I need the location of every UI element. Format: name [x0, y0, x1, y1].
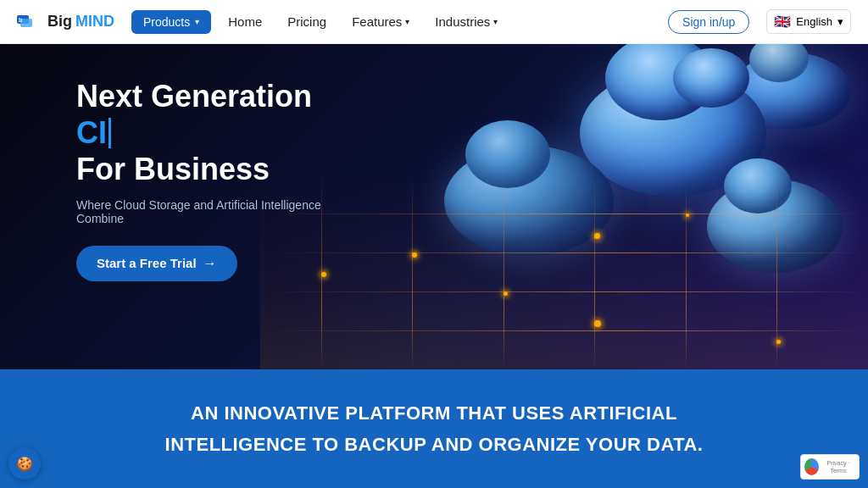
- cta-arrow-icon: →: [203, 256, 217, 271]
- industries-label: Industries: [435, 14, 490, 29]
- language-selector[interactable]: 🇬🇧 English ▾: [766, 9, 851, 34]
- logo[interactable]: b BigMIND: [17, 12, 114, 32]
- hero-section: Next Generation CI For Business Where Cl…: [0, 44, 868, 369]
- logo-big-text: Big: [47, 13, 72, 30]
- recaptcha-badge: Privacy · Terms: [800, 454, 860, 480]
- features-chevron-icon: ▾: [405, 17, 409, 26]
- cta-label: Start a Free Trial: [97, 256, 197, 270]
- signin-button[interactable]: Sign in/up: [668, 10, 749, 34]
- cta-button[interactable]: Start a Free Trial →: [76, 246, 237, 281]
- flag-icon: 🇬🇧: [774, 14, 791, 30]
- hero-title-line3: For Business: [76, 151, 364, 187]
- logo-mind-text: MIND: [75, 13, 114, 30]
- cursor-blink: [108, 118, 111, 148]
- blue-section: AN INNOVATIVE PLATFORM THAT USES ARTIFIC…: [0, 369, 868, 488]
- cookie-badge[interactable]: 🍪: [8, 447, 41, 480]
- lang-chevron-icon: ▾: [837, 15, 843, 28]
- recaptcha-logo-icon: [804, 458, 819, 475]
- lang-label: English: [796, 15, 832, 28]
- animated-text-value: CI: [76, 114, 107, 151]
- products-button[interactable]: Products ▾: [131, 10, 211, 34]
- industries-link[interactable]: Industries ▾: [426, 9, 506, 34]
- cookie-icon: 🍪: [16, 456, 33, 472]
- hero-subtitle: Where Cloud Storage and Artificial Intel…: [76, 198, 364, 225]
- pricing-link[interactable]: Pricing: [279, 9, 335, 34]
- hero-content: Next Generation CI For Business Where Cl…: [76, 78, 364, 281]
- features-label: Features: [352, 14, 402, 29]
- features-link[interactable]: Features ▾: [343, 9, 418, 34]
- industries-chevron-icon: ▾: [493, 17, 498, 26]
- recaptcha-text: Privacy · Terms: [821, 459, 855, 474]
- logo-icon: b: [17, 12, 44, 32]
- products-label: Products: [143, 15, 190, 29]
- blue-section-text-line1: AN INNOVATIVE PLATFORM THAT USES ARTIFIC…: [191, 399, 677, 427]
- navbar: b BigMIND Products ▾ Home Pricing Featur…: [0, 0, 868, 44]
- home-link[interactable]: Home: [220, 9, 270, 34]
- blue-section-text-line2: INTELLIGENCE TO BACKUP AND ORGANIZE YOUR…: [165, 430, 704, 458]
- hero-title-line1: Next Generation: [76, 78, 364, 114]
- hero-animated-text: CI: [76, 114, 364, 151]
- products-chevron-icon: ▾: [195, 17, 199, 26]
- svg-text:b: b: [19, 17, 22, 23]
- recaptcha-inner: Privacy · Terms: [804, 458, 855, 475]
